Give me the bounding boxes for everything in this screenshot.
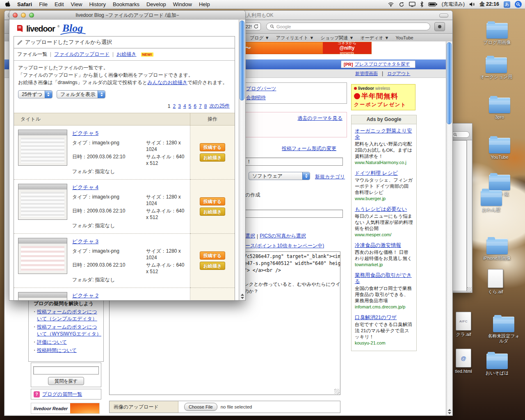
wireless-ad[interactable]: livedoor wireless 半年間無料 クーポンプレゼント: [351, 84, 415, 110]
bookmark-shop[interactable]: ショップ関連 ▼: [320, 35, 354, 41]
post-button[interactable]: 投稿する: [200, 197, 225, 205]
blog-parts-link[interactable]: ブログパーツ: [246, 85, 276, 92]
wifi-icon[interactable]: [388, 2, 394, 7]
page-link[interactable]: 5: [189, 103, 192, 109]
browser-scrollbar[interactable]: [446, 41, 452, 415]
desktop-folder-oisoba[interactable]: おいそばは: [480, 354, 514, 375]
desktop-file-kura-aif[interactable]: くら.aif: [478, 269, 513, 294]
reload-icon[interactable]: [253, 24, 259, 29]
search-field[interactable]: [451, 131, 470, 138]
menu-bookmarks[interactable]: Bookmarks: [113, 1, 139, 7]
google-ad[interactable]: ドイツ料理 レシピ マウルタッシェ、フィンガーポテト ドイツ南部の田舎料理レシピ…: [355, 170, 413, 201]
menu-edit[interactable]: Edit: [55, 1, 64, 7]
page-link[interactable]: 3: [178, 103, 181, 109]
post-button[interactable]: 投稿する: [200, 143, 225, 151]
desktop-folder-3pro[interactable]: 3pro: [482, 98, 517, 119]
scrollbar-arrows[interactable]: [239, 294, 245, 299]
scrollbar-thumb[interactable]: [240, 21, 244, 100]
spotlight-icon[interactable]: [515, 1, 522, 8]
post-button[interactable]: 投稿する: [200, 251, 225, 260]
menu-safari[interactable]: Safari: [17, 1, 32, 7]
menu-view[interactable]: View: [71, 1, 82, 7]
per-page-select[interactable]: 25件ずつ: [18, 90, 52, 98]
folder-filter-select[interactable]: フォルダを表示: [57, 90, 105, 98]
form-style-change-link[interactable]: 投稿フォーム形式の変更: [282, 145, 336, 152]
file-title-link[interactable]: ピクチャ 5: [72, 130, 98, 137]
scrollbar-arrows[interactable]: [446, 409, 452, 414]
pr-link[interactable]: プレスブログでネタを探す: [355, 61, 410, 67]
apple-menu[interactable]: [5, 1, 10, 7]
scrollbar-thumb[interactable]: [447, 42, 452, 124]
google-search-field[interactable]: Google: [266, 23, 430, 30]
google-ad[interactable]: オーガニック野菜より安全 肥料を入れない野菜の宅配2回のお試しもOK。まずは資料…: [355, 128, 413, 165]
desktop-folder-auction[interactable]: オークション用: [479, 57, 514, 79]
draw-button[interactable]: お絵描き: [200, 153, 225, 162]
help-link-wysiwyg-editor[interactable]: 投稿フォームのボタンについて（WYSIWYGエディタ）: [37, 324, 102, 338]
file-thumbnail[interactable]: [18, 238, 67, 274]
page-link[interactable]: 8: [204, 103, 207, 109]
ad-title-link[interactable]: ドイツ料理 レシピ: [355, 170, 413, 176]
ad-title-link[interactable]: オーガニック野菜より安全: [355, 128, 413, 140]
bookmark-blog[interactable]: ブログ ▼: [250, 35, 269, 41]
desktop-folder-youtube[interactable]: YouTube: [482, 138, 517, 160]
tab-file-list[interactable]: ファイル一覧: [17, 51, 47, 58]
file-thumbnail[interactable]: [18, 292, 67, 300]
toolbar-toggle-pill[interactable]: [439, 14, 448, 18]
tab-drawing[interactable]: お絵描き: [116, 51, 137, 58]
livedoor-reader-banner[interactable]: livedoor Reader: [31, 403, 100, 414]
file-thumbnail[interactable]: [18, 130, 67, 166]
file-title-link[interactable]: ピクチャ 2: [72, 292, 98, 299]
category-select[interactable]: ソフトウェア: [249, 172, 310, 180]
past-themes-link[interactable]: 過去のテーマを見る: [298, 115, 342, 122]
pics-photos-link[interactable]: PICSの写真から選択: [260, 233, 306, 240]
file-title-link[interactable]: ピクチャ 4: [72, 184, 98, 191]
upload-dialog-window[interactable]: livedoor Blog −ファイルのアップロード /追加− livedoor…: [9, 10, 246, 301]
tab-file-upload[interactable]: ファイルのアップロード: [54, 51, 110, 58]
draw-button[interactable]: お絵描き: [200, 208, 225, 216]
background-window-scrollbar[interactable]: [467, 140, 472, 291]
logout-link[interactable]: ログアウト: [387, 71, 410, 77]
help-link-rating[interactable]: 評価について: [37, 339, 67, 346]
page-link[interactable]: 6: [194, 103, 196, 109]
desktop-folder-untitled[interactable]: 名称未設定フォルダ: [486, 317, 521, 343]
question-search-input[interactable]: [33, 366, 99, 374]
google-ad[interactable]: 業務用食品の取引ができる 全国の食材プロ同士で業務用食品の 取引ができる、業務用…: [355, 272, 413, 309]
bookmark-audio[interactable]: オーディオ ▼: [360, 35, 389, 41]
battery-icon[interactable]: [428, 2, 437, 7]
desktop-folder-blog-images[interactable]: ブログ用画像: [480, 23, 514, 45]
resize-grip-icon[interactable]: [334, 389, 340, 394]
file-thumbnail[interactable]: [18, 184, 67, 220]
entry-title-input[interactable]: [244, 158, 343, 166]
search-question-button[interactable]: 質問を探す: [48, 377, 84, 385]
minna-oekaki-link[interactable]: みんなのお絵描き: [147, 80, 187, 85]
google-ad[interactable]: 冷凍食品の激安情報 西友のお得な価格！ 日替わり超特価をお見逃し無く townm…: [355, 242, 413, 267]
ad-title-link[interactable]: もうレシピは必要ない: [355, 206, 413, 212]
invite-link[interactable]: 会御招待: [246, 94, 266, 101]
menu-file[interactable]: File: [39, 1, 48, 7]
ad-title-link[interactable]: 口臭解消21のワザ: [355, 315, 413, 321]
menu-window[interactable]: Window: [173, 1, 192, 7]
file-title-link[interactable]: ピクチャ 3: [72, 238, 98, 245]
help-link-post-time[interactable]: 投稿時間について: [37, 347, 77, 354]
bookmark-youtube[interactable]: YouTube: [395, 35, 413, 40]
menu-develop[interactable]: Develop: [146, 1, 166, 7]
choose-file-button[interactable]: Choose File: [184, 403, 217, 411]
bluetooth-icon[interactable]: [420, 1, 424, 7]
volume-icon[interactable]: [469, 2, 475, 7]
page-link[interactable]: 2: [173, 103, 176, 109]
display-icon[interactable]: [409, 2, 415, 7]
menu-help[interactable]: Help: [199, 1, 210, 7]
google-ad[interactable]: 口臭解消21のワザ 自宅ですぐできる口臭解消法 21のマル秘テクで息スッキリ！ …: [355, 315, 413, 345]
toolbar-extra-button[interactable]: [434, 22, 445, 31]
admin-panel-link[interactable]: 新管理画面: [355, 71, 378, 77]
google-ad[interactable]: もうレシピは必要ない 毎日のメニューにもう悩まない 人気料理家が節約料理術を初公…: [355, 206, 413, 237]
next-page-link[interactable]: 次の25件: [209, 103, 230, 110]
resize-grip-icon[interactable]: [467, 287, 472, 292]
page-link[interactable]: 7: [199, 103, 202, 109]
input-method-icon[interactable]: あ: [504, 1, 510, 8]
background-window[interactable]: [450, 123, 472, 293]
page-link[interactable]: 4: [183, 103, 186, 109]
desktop-folder-owan-wall[interactable]: おわん壁: [474, 190, 509, 212]
bookmark-affiliate[interactable]: アフィリエイト ▼: [276, 35, 314, 41]
menu-clock[interactable]: 金 22:16: [479, 1, 499, 8]
